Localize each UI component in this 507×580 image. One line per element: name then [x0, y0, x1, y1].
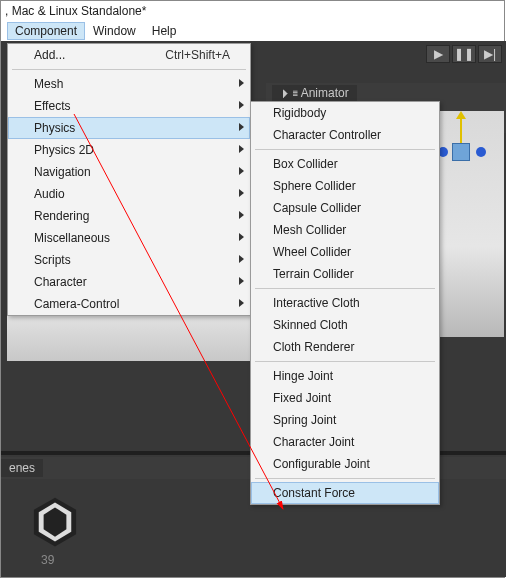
- animator-tab-label: Animator: [301, 86, 349, 100]
- animator-icon: ⏵≣: [280, 86, 298, 100]
- gizmo-handle-icon: [476, 147, 486, 157]
- menu-item-misc[interactable]: Miscellaneous: [8, 227, 250, 249]
- submenu-arrow-icon: [239, 101, 244, 109]
- menu-label: Constant Force: [273, 486, 355, 500]
- submenu-arrow-icon: [239, 233, 244, 241]
- menu-item-sphere-collider[interactable]: Sphere Collider: [251, 175, 439, 197]
- play-icon: ▶: [434, 47, 443, 61]
- animator-tab[interactable]: ⏵≣ Animator: [272, 85, 357, 101]
- menu-item-configurable-joint[interactable]: Configurable Joint: [251, 453, 439, 475]
- menu-label: Navigation: [34, 165, 91, 179]
- menu-label: Interactive Cloth: [273, 296, 360, 310]
- step-button[interactable]: ▶|: [478, 45, 502, 63]
- menu-item-wheel-collider[interactable]: Wheel Collider: [251, 241, 439, 263]
- gizmo-cube-icon: [452, 143, 470, 161]
- menu-item-camera-control[interactable]: Camera-Control: [8, 293, 250, 315]
- submenu-arrow-icon: [239, 79, 244, 87]
- submenu-arrow-icon: [239, 123, 244, 131]
- menu-label: Wheel Collider: [273, 245, 351, 259]
- menu-label: Capsule Collider: [273, 201, 361, 215]
- menu-item-character-controller[interactable]: Character Controller: [251, 124, 439, 146]
- submenu-arrow-icon: [239, 145, 244, 153]
- menu-item-character[interactable]: Character: [8, 271, 250, 293]
- submenu-arrow-icon: [239, 255, 244, 263]
- menu-item-physics2d[interactable]: Physics 2D: [8, 139, 250, 161]
- menu-label: Rendering: [34, 209, 89, 223]
- menu-separator: [255, 478, 435, 479]
- menu-component[interactable]: Component: [7, 22, 85, 40]
- unity-logo-icon[interactable]: [29, 496, 81, 548]
- menu-separator: [255, 288, 435, 289]
- menu-label: Add...: [34, 48, 65, 62]
- menu-label: Character: [34, 275, 87, 289]
- menu-label: Mesh: [34, 77, 63, 91]
- scenes-tab[interactable]: enes: [1, 459, 43, 477]
- menu-label: Hinge Joint: [273, 369, 333, 383]
- menu-label: Spring Joint: [273, 413, 336, 427]
- menu-item-scripts[interactable]: Scripts: [8, 249, 250, 271]
- menu-label: Terrain Collider: [273, 267, 354, 281]
- window-title: , Mac & Linux Standalone*: [1, 1, 504, 21]
- menu-label: Skinned Cloth: [273, 318, 348, 332]
- menu-shortcut: Ctrl+Shift+A: [165, 48, 230, 62]
- menu-label: Box Collider: [273, 157, 338, 171]
- menu-item-spring-joint[interactable]: Spring Joint: [251, 409, 439, 431]
- menu-label: Mesh Collider: [273, 223, 346, 237]
- submenu-arrow-icon: [239, 211, 244, 219]
- menu-label: Configurable Joint: [273, 457, 370, 471]
- menu-item-box-collider[interactable]: Box Collider: [251, 153, 439, 175]
- menu-separator: [255, 149, 435, 150]
- submenu-arrow-icon: [239, 299, 244, 307]
- menu-label: Rigidbody: [273, 106, 326, 120]
- physics-submenu: Rigidbody Character Controller Box Colli…: [250, 101, 440, 505]
- menu-item-hinge-joint[interactable]: Hinge Joint: [251, 365, 439, 387]
- menu-item-character-joint[interactable]: Character Joint: [251, 431, 439, 453]
- menu-item-skinned-cloth[interactable]: Skinned Cloth: [251, 314, 439, 336]
- menu-window[interactable]: Window: [85, 22, 144, 40]
- menu-item-capsule-collider[interactable]: Capsule Collider: [251, 197, 439, 219]
- menubar: Component Window Help: [1, 21, 504, 41]
- menu-item-terrain-collider[interactable]: Terrain Collider: [251, 263, 439, 285]
- submenu-arrow-icon: [239, 167, 244, 175]
- menu-label: Character Controller: [273, 128, 381, 142]
- menu-item-cloth-renderer[interactable]: Cloth Renderer: [251, 336, 439, 358]
- menu-label: Character Joint: [273, 435, 354, 449]
- pause-icon: ❚❚: [454, 47, 474, 61]
- menu-item-interactive-cloth[interactable]: Interactive Cloth: [251, 292, 439, 314]
- component-menu: Add... Ctrl+Shift+A Mesh Effects Physics…: [7, 43, 251, 316]
- menu-label: Physics: [34, 121, 75, 135]
- menu-item-rendering[interactable]: Rendering: [8, 205, 250, 227]
- menu-item-fixed-joint[interactable]: Fixed Joint: [251, 387, 439, 409]
- pause-button[interactable]: ❚❚: [452, 45, 476, 63]
- menu-item-rigidbody[interactable]: Rigidbody: [251, 102, 439, 124]
- menu-label: Physics 2D: [34, 143, 94, 157]
- menu-label: Scripts: [34, 253, 71, 267]
- submenu-arrow-icon: [239, 189, 244, 197]
- menu-label: Audio: [34, 187, 65, 201]
- menu-label: Camera-Control: [34, 297, 119, 311]
- menu-item-physics[interactable]: Physics: [8, 117, 250, 139]
- menu-item-mesh-collider[interactable]: Mesh Collider: [251, 219, 439, 241]
- menu-item-mesh[interactable]: Mesh: [8, 73, 250, 95]
- menu-item-effects[interactable]: Effects: [8, 95, 250, 117]
- menu-label: Miscellaneous: [34, 231, 110, 245]
- menu-item-add[interactable]: Add... Ctrl+Shift+A: [8, 44, 250, 66]
- menu-separator: [12, 69, 246, 70]
- menu-label: Fixed Joint: [273, 391, 331, 405]
- menu-item-audio[interactable]: Audio: [8, 183, 250, 205]
- menu-item-constant-force[interactable]: Constant Force: [251, 482, 439, 504]
- menu-label: Sphere Collider: [273, 179, 356, 193]
- submenu-arrow-icon: [239, 277, 244, 285]
- menu-label: Cloth Renderer: [273, 340, 354, 354]
- menu-help[interactable]: Help: [144, 22, 185, 40]
- menu-separator: [255, 361, 435, 362]
- asset-number: 39: [41, 553, 54, 567]
- playback-controls: ▶ ❚❚ ▶|: [426, 45, 502, 63]
- axis-gizmo[interactable]: [432, 117, 492, 177]
- menu-item-navigation[interactable]: Navigation: [8, 161, 250, 183]
- menu-label: Effects: [34, 99, 70, 113]
- step-icon: ▶|: [484, 47, 496, 61]
- play-button[interactable]: ▶: [426, 45, 450, 63]
